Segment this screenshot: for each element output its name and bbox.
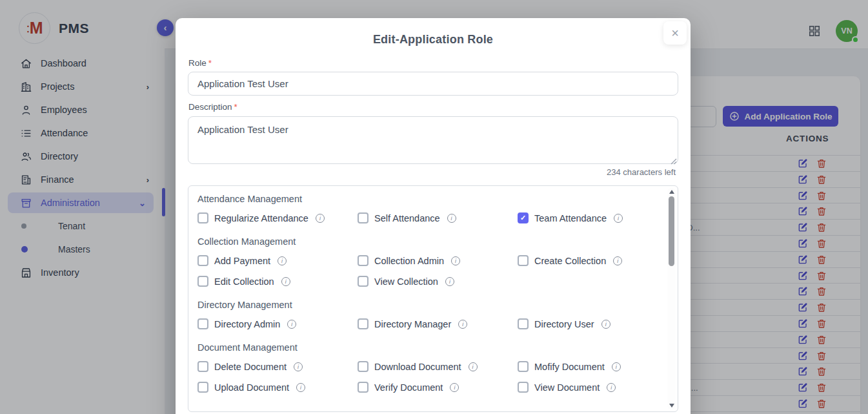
info-icon[interactable]: i	[445, 277, 454, 286]
permission-regularize-attendance[interactable]: Regularize Attendancei	[197, 212, 358, 223]
info-icon[interactable]: i	[607, 383, 616, 392]
checkbox[interactable]	[518, 382, 529, 393]
resize-handle-icon[interactable]	[671, 156, 677, 162]
info-icon[interactable]: i	[316, 214, 325, 223]
checkbox[interactable]	[197, 382, 208, 393]
checkbox[interactable]	[518, 318, 529, 329]
description-label: Description*	[188, 102, 237, 112]
panel-scrollbar[interactable]	[667, 188, 676, 409]
info-icon[interactable]: i	[458, 320, 467, 329]
checkbox[interactable]	[358, 212, 368, 223]
permission-create-collection[interactable]: Create Collectioni	[518, 255, 657, 266]
info-icon[interactable]: i	[450, 383, 459, 392]
checkbox[interactable]	[358, 276, 368, 287]
characters-left-counter: 234 characters left	[607, 167, 676, 177]
permission-label: Directory Admin	[214, 319, 280, 329]
permission-label: Mofify Document	[534, 362, 605, 372]
permission-label: Verify Document	[374, 382, 443, 393]
role-field[interactable]	[188, 72, 678, 96]
permission-download-document[interactable]: Download Documenti	[358, 361, 518, 372]
permission-team-attendance[interactable]: ✓Team Attendancei	[518, 212, 657, 223]
checkbox[interactable]	[358, 361, 368, 372]
permission-label: View Collection	[374, 276, 438, 287]
permission-collection-admin[interactable]: Collection Admini	[358, 255, 518, 266]
permission-delete-document[interactable]: Delete Documenti	[197, 361, 358, 372]
section-title: Collection Management	[197, 236, 657, 247]
info-icon[interactable]: i	[447, 214, 456, 223]
permission-directory-manager[interactable]: Directory Manageri	[358, 318, 518, 329]
info-icon[interactable]: i	[612, 362, 621, 371]
permission-label: Team Attendance	[534, 213, 607, 223]
checkbox[interactable]: ✓	[518, 212, 529, 223]
permission-view-collection[interactable]: View Collectioni	[358, 276, 518, 287]
permission-label: Download Document	[374, 362, 461, 372]
checkbox[interactable]	[197, 255, 208, 266]
scroll-up-icon[interactable]	[669, 190, 674, 194]
section-title: Document Management	[197, 342, 657, 353]
info-icon[interactable]: i	[281, 277, 290, 286]
info-icon[interactable]: i	[613, 256, 622, 265]
checkbox[interactable]	[358, 318, 368, 329]
edit-application-role-modal: × Edit-Application Role Role* Descriptio…	[176, 18, 691, 414]
permission-label: Directory Manager	[374, 319, 451, 329]
permission-view-document[interactable]: View Documenti	[518, 382, 657, 393]
checkbox[interactable]	[358, 382, 368, 393]
checkbox[interactable]	[518, 255, 529, 266]
role-label: Role*	[188, 58, 212, 68]
permission-directory-user[interactable]: Directory Useri	[518, 318, 657, 329]
permission-label: View Document	[534, 382, 600, 393]
permission-label: Add Payment	[214, 256, 270, 266]
permission-label: Regularize Attendance	[214, 213, 308, 223]
permission-label: Directory User	[534, 319, 594, 329]
info-icon[interactable]: i	[614, 214, 623, 223]
info-icon[interactable]: i	[451, 256, 460, 265]
description-field[interactable]: Application Test User	[188, 116, 678, 164]
permission-section: Attendance ManagementRegularize Attendan…	[197, 194, 657, 223]
checkbox[interactable]	[358, 255, 368, 266]
required-asterisk: *	[234, 102, 237, 112]
modal-title: Edit-Application Role	[176, 33, 691, 47]
info-icon[interactable]: i	[287, 320, 296, 329]
scrollbar-thumb[interactable]	[669, 196, 674, 266]
permission-label: Create Collection	[534, 256, 606, 266]
permission-label: Upload Document	[214, 382, 289, 393]
checkbox[interactable]	[197, 361, 208, 372]
info-icon[interactable]: i	[278, 256, 287, 265]
permission-label: Edit Collection	[214, 276, 274, 287]
permission-section: Directory ManagementDirectory AdminiDire…	[197, 300, 657, 329]
info-icon[interactable]: i	[294, 362, 303, 371]
permission-verify-document[interactable]: Verify Documenti	[358, 382, 518, 393]
permission-self-attendance[interactable]: Self Attendancei	[358, 212, 518, 223]
checkbox[interactable]	[197, 212, 208, 223]
info-icon[interactable]: i	[469, 362, 478, 371]
permission-upload-document[interactable]: Upload Documenti	[197, 382, 358, 393]
section-title: Directory Management	[197, 300, 657, 310]
permission-label: Delete Document	[214, 362, 287, 372]
scroll-down-icon[interactable]	[669, 404, 674, 408]
permission-section: Collection ManagementAdd PaymentiCollect…	[197, 236, 657, 287]
permission-section: Document ManagementDelete DocumentiDownl…	[197, 342, 657, 393]
permission-label: Self Attendance	[374, 213, 440, 223]
checkbox[interactable]	[197, 276, 208, 287]
permission-label: Collection Admin	[374, 256, 444, 266]
info-icon[interactable]: i	[601, 320, 611, 329]
permission-edit-collection[interactable]: Edit Collectioni	[197, 276, 358, 287]
checkbox[interactable]	[518, 361, 529, 372]
required-asterisk: *	[208, 58, 212, 68]
permissions-panel: Attendance ManagementRegularize Attendan…	[188, 185, 678, 412]
permission-mofify-document[interactable]: Mofify Documenti	[518, 361, 657, 372]
checkbox[interactable]	[197, 318, 208, 329]
permission-add-payment[interactable]: Add Paymenti	[197, 255, 358, 266]
permission-directory-admin[interactable]: Directory Admini	[197, 318, 358, 329]
section-title: Attendance Management	[197, 194, 657, 204]
info-icon[interactable]: i	[296, 383, 305, 392]
